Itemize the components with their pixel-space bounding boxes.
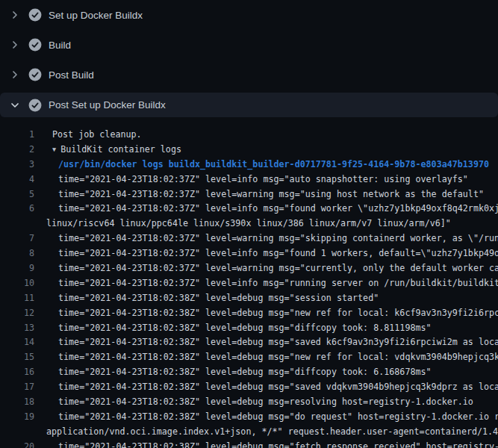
log-line-number[interactable]: 15 xyxy=(0,350,34,365)
log-line: 12time="2021-04-23T18:02:38Z" level=debu… xyxy=(0,306,498,321)
log-line-number[interactable]: 1 xyxy=(0,128,34,143)
log-line-text: linux/riscv64 linux/ppc64le linux/s390x … xyxy=(34,217,451,231)
log-line-text: Post job cleanup. xyxy=(34,128,142,143)
log-line-number[interactable]: 5 xyxy=(0,187,34,202)
log-line: 16time="2021-04-23T18:02:38Z" level=debu… xyxy=(0,365,498,380)
step-label: Set up Docker Buildx xyxy=(49,10,143,21)
log-line-number[interactable]: 10 xyxy=(0,276,34,291)
log-line: 4time="2021-04-23T18:02:37Z" level=info … xyxy=(0,172,498,187)
log-line-text: time="2021-04-23T18:02:38Z" level=debug … xyxy=(34,306,498,321)
chevron-down-icon xyxy=(9,99,21,111)
log-line: 10time="2021-04-23T18:02:37Z" level=info… xyxy=(0,276,498,291)
workflow-log-viewer: Set up Docker BuildxBuildPost BuildPost … xyxy=(0,0,498,448)
log-line-text: time="2021-04-23T18:02:38Z" level=debug … xyxy=(34,410,498,425)
log-group-title[interactable]: BuildKit container logs xyxy=(60,144,181,155)
log-line-number[interactable]: 17 xyxy=(0,380,34,395)
log-line-number[interactable]: 16 xyxy=(0,365,34,380)
log-line: application/vnd.oci.image.index.v1+json,… xyxy=(0,425,498,440)
log-line-number xyxy=(0,425,34,440)
log-line-number[interactable]: 7 xyxy=(0,231,34,246)
step-row-set-up-docker-buildx[interactable]: Set up Docker Buildx xyxy=(0,0,498,30)
chevron-right-icon xyxy=(9,9,21,21)
log-line-number[interactable]: 20 xyxy=(0,440,34,448)
log-line: 7time="2021-04-23T18:02:37Z" level=warni… xyxy=(0,231,498,246)
step-row-post-build[interactable]: Post Build xyxy=(0,60,498,90)
log-line-text: time="2021-04-23T18:02:37Z" level=info m… xyxy=(34,172,468,187)
log-line: 18time="2021-04-23T18:02:38Z" level=debu… xyxy=(0,395,498,410)
log-line-text: time="2021-04-23T18:02:37Z" level=info m… xyxy=(34,202,498,217)
log-line-number[interactable]: 11 xyxy=(0,291,34,306)
log-line-number[interactable]: 19 xyxy=(0,410,34,425)
step-label: Post Build xyxy=(49,69,94,81)
check-circle-icon xyxy=(28,68,42,81)
log-line-text: time="2021-04-23T18:02:38Z" level=debug … xyxy=(34,350,498,365)
step-row-build[interactable]: Build xyxy=(0,30,498,60)
log-line-number xyxy=(0,217,34,231)
log-line: 1Post job cleanup. xyxy=(0,128,498,143)
log-line-number[interactable]: 2 xyxy=(0,143,34,158)
log-line-text: time="2021-04-23T18:02:37Z" level=info m… xyxy=(34,246,498,261)
steps-list: Set up Docker BuildxBuildPost BuildPost … xyxy=(0,0,498,117)
log-line-number[interactable]: 12 xyxy=(0,306,34,321)
log-line-text: time="2021-04-23T18:02:38Z" level=debug … xyxy=(34,365,432,380)
log-line-number[interactable]: 6 xyxy=(0,202,34,217)
log-line-text: application/vnd.oci.image.index.v1+json,… xyxy=(34,425,498,440)
log-line: 15time="2021-04-23T18:02:38Z" level=debu… xyxy=(0,350,498,365)
log-line-number[interactable]: 8 xyxy=(0,246,34,261)
step-label: Post Set up Docker Buildx xyxy=(49,99,166,111)
log-line-number[interactable]: 3 xyxy=(0,158,34,172)
step-label: Build xyxy=(49,40,71,51)
log-line: 11time="2021-04-23T18:02:38Z" level=debu… xyxy=(0,291,498,306)
log-line-text: time="2021-04-23T18:02:38Z" level=debug … xyxy=(34,335,498,350)
group-caret-icon[interactable]: ▼ xyxy=(52,143,56,158)
log-command-text: /usr/bin/docker logs buildx_buildkit_bui… xyxy=(34,158,489,172)
log-line-number[interactable]: 18 xyxy=(0,395,34,410)
log-line-text: time="2021-04-23T18:02:38Z" level=debug … xyxy=(34,321,432,336)
check-circle-icon xyxy=(28,38,42,52)
log-line-text: time="2021-04-23T18:02:37Z" level=warnin… xyxy=(34,231,498,246)
log-line-number[interactable]: 9 xyxy=(0,261,34,276)
check-circle-icon xyxy=(28,99,42,112)
log-panel: 1Post job cleanup.2▼BuildKit container l… xyxy=(0,117,498,448)
log-line-number[interactable]: 14 xyxy=(0,335,34,350)
log-line-text[interactable]: ▼BuildKit container logs xyxy=(34,143,181,158)
chevron-right-icon xyxy=(9,69,21,81)
log-line: 19time="2021-04-23T18:02:38Z" level=debu… xyxy=(0,410,498,425)
log-line: 8time="2021-04-23T18:02:37Z" level=info … xyxy=(0,246,498,261)
log-line: 2▼BuildKit container logs xyxy=(0,143,498,158)
log-line-text: time="2021-04-23T18:02:37Z" level=warnin… xyxy=(34,261,498,276)
log-line: linux/riscv64 linux/ppc64le linux/s390x … xyxy=(0,217,498,231)
log-line: 17time="2021-04-23T18:02:38Z" level=debu… xyxy=(0,380,498,395)
log-line-text: time="2021-04-23T18:02:38Z" level=debug … xyxy=(34,291,379,306)
log-line-text: time="2021-04-23T18:02:37Z" level=info m… xyxy=(34,276,498,291)
check-circle-icon xyxy=(28,8,42,22)
chevron-right-icon xyxy=(9,39,21,51)
log-line: 9time="2021-04-23T18:02:37Z" level=warni… xyxy=(0,261,498,276)
log-line-text: time="2021-04-23T18:02:38Z" level=debug … xyxy=(34,395,473,410)
log-line-text: time="2021-04-23T18:02:38Z" level=debug … xyxy=(34,380,498,395)
log-line: 14time="2021-04-23T18:02:38Z" level=debu… xyxy=(0,335,498,350)
log-line: 20time="2021-04-23T18:02:38Z" level=debu… xyxy=(0,440,498,448)
log-line-number[interactable]: 4 xyxy=(0,172,34,187)
log-line: 13time="2021-04-23T18:02:38Z" level=debu… xyxy=(0,321,498,336)
step-row-post-set-up-docker-buildx[interactable]: Post Set up Docker Buildx xyxy=(0,93,498,117)
log-line-number[interactable]: 13 xyxy=(0,321,34,336)
log-line: 5time="2021-04-23T18:02:37Z" level=warni… xyxy=(0,187,498,202)
log-line-text: time="2021-04-23T18:02:38Z" level=debug … xyxy=(34,440,498,448)
log-line: 6time="2021-04-23T18:02:37Z" level=info … xyxy=(0,202,498,217)
log-line-text: time="2021-04-23T18:02:37Z" level=warnin… xyxy=(34,187,484,202)
log-line: 3/usr/bin/docker logs buildx_buildkit_bu… xyxy=(0,158,498,172)
